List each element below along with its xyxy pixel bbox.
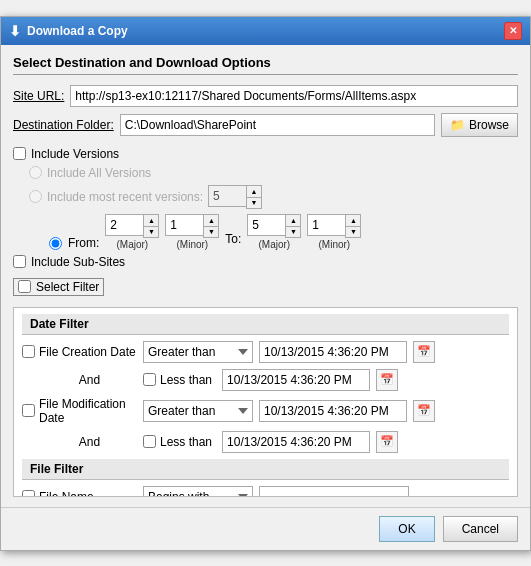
from-major-arrows: ▲ ▼	[143, 214, 159, 238]
include-most-recent-radio[interactable]	[29, 190, 42, 203]
creation-date-condition-dropdown[interactable]: Greater than Less than Equal to	[143, 341, 253, 363]
from-label: From:	[68, 236, 99, 250]
creation-and-label: And	[22, 373, 137, 387]
browse-label: Browse	[469, 118, 509, 132]
to-minor-label: (Minor)	[319, 239, 351, 250]
window-icon: ⬇	[9, 23, 21, 39]
file-modification-date-row: File Modification Date Greater than Less…	[22, 397, 509, 425]
to-minor-down[interactable]: ▼	[346, 226, 360, 237]
file-filter-title: File Filter	[22, 459, 509, 480]
modification-less-than-label: Less than	[160, 435, 212, 449]
filter-scroll-area[interactable]: Date Filter File Creation Date Greater t…	[13, 307, 518, 497]
file-name-text: File Name	[39, 490, 94, 497]
from-major-input[interactable]	[105, 214, 143, 236]
select-filter-row: Select Filter	[13, 278, 104, 296]
from-minor-up[interactable]: ▲	[204, 215, 218, 226]
window-title: Download a Copy	[27, 24, 128, 38]
browse-button[interactable]: 📁 Browse	[441, 113, 518, 137]
most-recent-down[interactable]: ▼	[247, 197, 261, 208]
folder-icon: 📁	[450, 118, 465, 132]
to-minor-input[interactable]	[307, 214, 345, 236]
creation-date-calendar-button[interactable]: 📅	[413, 341, 435, 363]
from-major-up[interactable]: ▲	[144, 215, 158, 226]
creation-less-than-calendar-button[interactable]: 📅	[376, 369, 398, 391]
date-filter-block: Date Filter File Creation Date Greater t…	[22, 314, 509, 453]
close-button[interactable]: ✕	[504, 22, 522, 40]
modification-less-than-group: Less than	[143, 435, 212, 449]
to-minor-up[interactable]: ▲	[346, 215, 360, 226]
to-major-up[interactable]: ▲	[286, 215, 300, 226]
modification-date-condition-dropdown[interactable]: Greater than Less than Equal to	[143, 400, 253, 422]
creation-less-than-group: Less than	[143, 373, 212, 387]
modification-less-than-date-input[interactable]	[222, 431, 370, 453]
destination-folder-label: Destination Folder:	[13, 118, 114, 132]
file-name-value-input[interactable]	[259, 486, 409, 497]
creation-and-row: And Less than 📅	[22, 369, 509, 391]
include-all-versions-radio[interactable]	[29, 166, 42, 179]
creation-less-than-date-input[interactable]	[222, 369, 370, 391]
to-major-arrows: ▲ ▼	[285, 214, 301, 238]
footer: OK Cancel	[1, 507, 530, 550]
modification-less-than-checkbox[interactable]	[143, 435, 156, 448]
date-filter-content: File Creation Date Greater than Less tha…	[22, 335, 509, 453]
site-url-input[interactable]	[70, 85, 518, 107]
creation-less-than-label: Less than	[160, 373, 212, 387]
file-modification-date-label: File Modification Date	[22, 397, 137, 425]
include-versions-row: Include Versions	[13, 147, 518, 161]
file-filter-block: File Filter File Name Begins with Contai…	[22, 459, 509, 497]
select-filter-checkbox[interactable]	[18, 280, 31, 293]
site-url-label: Site URL:	[13, 89, 64, 103]
from-minor-box: ▲ ▼ (Minor)	[165, 214, 219, 250]
include-sub-sites-label: Include Sub-Sites	[31, 255, 125, 269]
modification-and-row: And Less than 📅	[22, 431, 509, 453]
from-minor-down[interactable]: ▼	[204, 226, 218, 237]
main-window: ⬇ Download a Copy ✕ Select Destination a…	[0, 16, 531, 551]
from-minor-input[interactable]	[165, 214, 203, 236]
file-creation-date-checkbox[interactable]	[22, 345, 35, 358]
include-all-versions-row: Include All Versions	[13, 166, 518, 180]
modification-date-calendar-button[interactable]: 📅	[413, 400, 435, 422]
site-url-row: Site URL:	[13, 85, 518, 107]
ok-button[interactable]: OK	[379, 516, 434, 542]
file-name-label: File Name	[22, 490, 137, 497]
date-filter-title: Date Filter	[22, 314, 509, 335]
to-major-down[interactable]: ▼	[286, 226, 300, 237]
file-modification-date-checkbox[interactable]	[22, 404, 35, 417]
to-major-input[interactable]	[247, 214, 285, 236]
modification-date-input[interactable]	[259, 400, 407, 422]
include-most-recent-row: Include most recent versions: ▲ ▼	[13, 185, 518, 209]
to-minor-arrows: ▲ ▼	[345, 214, 361, 238]
file-creation-date-text: File Creation Date	[39, 345, 136, 359]
file-name-condition-dropdown[interactable]: Begins with Contains Ends with Equal to	[143, 486, 253, 497]
most-recent-spinner: ▲ ▼	[208, 185, 262, 209]
most-recent-input[interactable]	[208, 185, 246, 207]
calendar-icon-4: 📅	[380, 435, 394, 448]
cancel-button[interactable]: Cancel	[443, 516, 518, 542]
most-recent-up[interactable]: ▲	[247, 186, 261, 197]
include-versions-checkbox[interactable]	[13, 147, 26, 160]
include-all-versions-label: Include All Versions	[47, 166, 151, 180]
to-label: To:	[225, 232, 241, 250]
file-filter-content: File Name Begins with Contains Ends with…	[22, 480, 509, 497]
from-major-down[interactable]: ▼	[144, 226, 158, 237]
from-major-label: (Major)	[117, 239, 149, 250]
file-name-checkbox[interactable]	[22, 490, 35, 497]
from-minor-arrows: ▲ ▼	[203, 214, 219, 238]
to-major-box: ▲ ▼ (Major)	[247, 214, 301, 250]
from-major-box: ▲ ▼ (Major)	[105, 214, 159, 250]
calendar-icon-2: 📅	[380, 373, 394, 386]
file-name-row: File Name Begins with Contains Ends with…	[22, 486, 509, 497]
creation-date-input[interactable]	[259, 341, 407, 363]
include-sub-sites-checkbox[interactable]	[13, 255, 26, 268]
main-content: Select Destination and Download Options …	[1, 45, 530, 507]
creation-less-than-checkbox[interactable]	[143, 373, 156, 386]
from-radio[interactable]	[49, 237, 62, 250]
destination-folder-input[interactable]	[120, 114, 435, 136]
include-most-recent-label: Include most recent versions:	[47, 190, 203, 204]
to-major-label: (Major)	[259, 239, 291, 250]
from-to-row: From: ▲ ▼ (Major) ▲ ▼	[13, 214, 518, 250]
file-modification-date-text: File Modification Date	[39, 397, 137, 425]
modification-less-than-calendar-button[interactable]: 📅	[376, 431, 398, 453]
file-creation-date-row: File Creation Date Greater than Less tha…	[22, 341, 509, 363]
modification-and-label: And	[22, 435, 137, 449]
